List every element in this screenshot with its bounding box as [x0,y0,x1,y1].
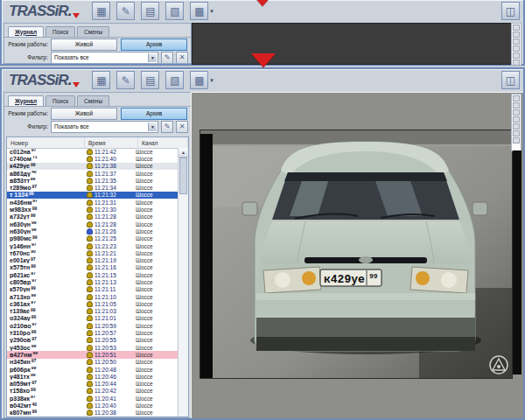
journal-row[interactable]: у453ос99 11:20:53 Шоссе [7,344,178,351]
journal-row[interactable]: с012на97 11:21:42 Шоссе [7,148,178,155]
video-display-empty[interactable] [192,23,513,65]
snapshot-image-icon[interactable]: ▧ [165,71,186,89]
toolbar-icon[interactable]: ▦ [92,2,110,20]
journal-row[interactable]: н345кн97 11:20:50 Шоссе [7,359,178,366]
video-display[interactable]: к429уе 99 [200,130,512,378]
journal-row[interactable]: а732ут99 11:21:28 Шоссе [7,214,178,220]
journal-row[interactable]: р338кк97 11:20:41 Шоссе [7,395,178,402]
chevron-down-icon[interactable]: ▼ [148,53,157,62]
journal-row[interactable]: т289мо97 11:21:34 Шоссе [7,184,178,191]
column-header-channel[interactable]: Канал [138,137,188,148]
filter-edit-button[interactable]: ✎ [161,52,173,64]
tab-journal[interactable]: Журнал [8,95,44,107]
event-time: 11:20:40 [94,402,116,409]
journal-row[interactable]: с361ах97 11:21:05 Шоссе [7,300,178,307]
journal-row[interactable]: в042мт40 11:20:40 Шоссе [7,402,178,409]
dropdown-caret-icon[interactable]: ▾ [210,8,214,15]
toolbar-icon[interactable]: ▧ [165,71,184,89]
journal-row[interactable]: а713хо99 11:21:10 Шоссе [7,293,178,300]
channel-name: Шоссе [136,206,178,213]
toolbar-icon[interactable]: ▦ [92,71,110,89]
edit-document-icon[interactable]: ✎ [116,2,136,20]
car-video-frame: к429уе 99 [200,130,512,378]
snapshot-image-icon[interactable]: ▧ [165,2,186,20]
svg-text:99: 99 [369,272,378,280]
journal-row[interactable]: е001ку97 11:21:19 Шоссе [7,256,178,263]
journal-row[interactable]: с740ом71 11:21:40 Шоссе [7,155,178,162]
journal-row[interactable]: у146нн97 11:21:23 Шоссе [7,242,178,249]
journal-row[interactable]: т670нс90 11:21:21 Шоссе [7,249,178,256]
journal-row[interactable]: к570ун99 11:21:11 Шоссе [7,286,178,293]
monitor-grid-icon[interactable]: ▦ [92,71,112,89]
scrollbar-thumb[interactable] [179,158,187,194]
toolbar-icon[interactable]: ▩ [190,2,208,20]
channel-name: Шоссе [136,192,178,198]
column-header-number[interactable]: Номер [7,137,85,148]
journal-row[interactable]: р606рк99 11:20:48 Шоссе [7,366,178,373]
channel-name: Шоссе [136,264,178,270]
journal-row[interactable]: с805вр97 11:21:13 Шоссе [7,278,178,285]
filter-dropdown[interactable]: Показать все▼ [51,52,158,64]
journal-row[interactable]: у481тх99 11:20:46 Шоссе [7,373,178,380]
plate-region: 99 [31,214,36,218]
journal-row[interactable]: т139ае99 11:21:03 Шоссе [7,308,178,315]
archive-mode-button[interactable]: Архив [121,38,187,51]
journal-row[interactable]: м983хх99 11:21:30 Шоссе [7,206,178,213]
journal-row[interactable]: т 132499 11:21:32 Шоссе [7,192,178,199]
journal-row[interactable]: н630ун99 11:21:28 Шоссе [7,220,178,228]
live-mode-button[interactable]: Живой [51,38,117,51]
chevron-down-icon[interactable]: ▼ [148,122,157,131]
tab-shifts[interactable]: Смены [77,95,109,107]
toolbar-icon[interactable]: ▤ [141,71,159,89]
journal-row[interactable]: а863ду40 11:21:37 Шоссе [7,170,178,177]
journal-row[interactable]: к807мн99 11:20:38 Шоссе [7,410,178,416]
scroll-up-icon[interactable]: ▲ [178,148,188,158]
journal-row[interactable]: у290ов97 11:20:55 Шоссе [7,337,178,344]
tab-journal[interactable]: Журнал [8,26,44,38]
window-layout-icon[interactable]: ◫ [501,2,520,20]
video-side-strip[interactable] [511,23,522,66]
journal-row[interactable]: р621кс97 11:21:15 Шоссе [7,271,178,278]
journal-row[interactable]: н436нм97 11:21:31 Шоссе [7,199,178,206]
journal-row[interactable]: т310ро99 11:20:57 Шоссе [7,329,178,336]
edit-document-icon[interactable]: ✎ [116,71,136,89]
event-time: 11:21:26 [94,228,116,234]
toolbar-icon[interactable]: ✎ [116,71,135,89]
tab-shifts[interactable]: Смены [77,26,109,38]
settings-keypad-icon[interactable]: ▩ ▾ [190,71,214,89]
column-header-time[interactable]: Время [85,137,138,148]
archive-mode-button[interactable]: Архив [121,108,187,120]
tab-search[interactable]: Поиск [46,95,75,107]
journal-list-icon[interactable]: ▤ [141,2,161,20]
journal-row[interactable]: к429уе99 11:21:38 Шоссе [7,163,178,170]
journal-row[interactable]: т158хо99 11:20:42 Шоссе [7,388,178,395]
toolbar-icon[interactable]: ▧ [165,2,184,20]
table-scrollbar[interactable]: ▲ [178,148,188,416]
journal-row[interactable]: р980мс99 11:21:25 Шоссе [7,235,178,242]
dropdown-caret-icon[interactable]: ▾ [210,77,214,84]
toolbar-icon[interactable]: ✎ [116,2,135,20]
journal-row[interactable]: а059мт97 11:20:44 Шоссе [7,381,178,388]
journal-list-icon[interactable]: ▤ [141,71,161,89]
journal-row[interactable]: в853тт99 11:21:35 Шоссе [7,177,178,184]
video-panel: к429уе 99 [191,92,523,418]
toolbar-icon[interactable]: ▩ [190,71,208,89]
journal-row[interactable]: о324ау90 11:21:01 Шоссе [7,315,178,322]
tab-search[interactable]: Поиск [46,26,75,38]
journal-row[interactable]: о210во97 11:20:59 Шоссе [7,322,178,329]
journal-row[interactable]: х575тн99 11:21:16 Шоссе [7,264,178,271]
video-side-strip[interactable] [511,94,522,151]
filter-delete-button[interactable]: ✕ [176,52,188,64]
journal-row[interactable]: н630ун99 11:21:26 Шоссе [7,228,178,234]
journal-row[interactable]: в427нм99 11:20:51 Шоссе [7,351,178,358]
live-mode-button[interactable]: Живой [51,108,117,120]
filter-edit-button[interactable]: ✎ [161,121,173,133]
settings-keypad-icon[interactable]: ▩ ▾ [190,2,214,20]
toolbar-icon[interactable]: ▤ [141,2,159,20]
monitor-grid-icon[interactable]: ▦ [92,2,112,20]
bell-icon [87,156,93,162]
channel-name: Шоссе [136,156,178,162]
filter-dropdown[interactable]: Показать все▼ [51,121,158,133]
filter-delete-button[interactable]: ✕ [176,121,188,133]
window-layout-icon[interactable]: ◫ [501,71,520,89]
